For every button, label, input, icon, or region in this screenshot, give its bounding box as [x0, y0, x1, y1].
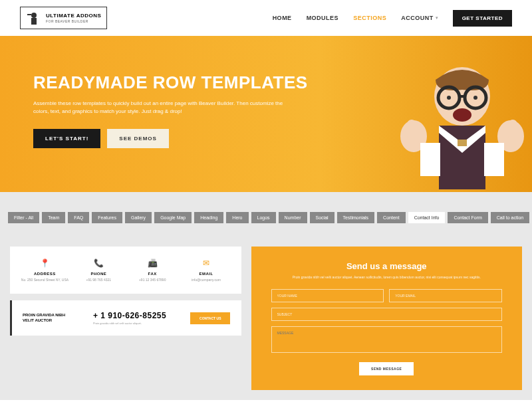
contact-item-address: 📍ADDRESSNo. 250 Second Street NY, USA	[18, 258, 72, 282]
svg-rect-2	[27, 14, 31, 15]
contact-us-button[interactable]: CONTACT US	[190, 312, 230, 324]
subject-input[interactable]	[271, 308, 503, 321]
filter-social[interactable]: Social	[310, 212, 334, 223]
header: ULTIMATE ADDONS FOR BEAVER BUILDER HOME …	[0, 0, 532, 36]
filter-hero[interactable]: Hero	[226, 212, 248, 223]
nav: HOME MODULES SECTIONS ACCOUNT ▾ GET STAR…	[273, 10, 512, 27]
filter-number[interactable]: Number	[279, 212, 307, 223]
nav-home[interactable]: HOME	[273, 15, 292, 21]
hero-subtitle: Assemble these row templates to quickly …	[33, 100, 299, 116]
filter-contact-form[interactable]: Contact Form	[448, 212, 487, 223]
contact-item-email: ✉EMAILinfo@company.com	[180, 258, 233, 282]
fax-icon: 📠	[126, 258, 180, 268]
contact-item-fax: 📠FAX+91 12 345 67890	[126, 258, 180, 282]
svg-point-8	[473, 96, 477, 100]
hero-image	[392, 56, 532, 192]
logo-icon	[26, 10, 42, 26]
form-title: Send us a message	[271, 261, 503, 271]
filter-heading[interactable]: Heading	[194, 212, 223, 223]
email-input[interactable]	[389, 289, 502, 302]
filter-testimonials[interactable]: Testimonials	[337, 212, 375, 223]
svg-rect-1	[31, 18, 37, 25]
svg-point-0	[31, 13, 37, 18]
lets-start-button[interactable]: LET'S START!	[33, 129, 100, 148]
get-started-button[interactable]: GET STARTED	[453, 10, 512, 27]
phone-card-heading: PROIN GRAVIDA NIBH VELIT AUCTOR	[23, 313, 69, 324]
filter-content[interactable]: Content	[377, 212, 406, 223]
svg-point-7	[447, 96, 451, 100]
nav-modules[interactable]: MODULES	[307, 15, 339, 21]
svg-rect-17	[484, 143, 504, 176]
contact-item-phone: 📞PHONE+91 98 765 4321	[72, 258, 126, 282]
nav-account[interactable]: ACCOUNT ▾	[401, 15, 438, 21]
svg-rect-11	[458, 140, 467, 146]
send-message-button[interactable]: SEND MESSAGE	[359, 362, 414, 375]
message-input[interactable]	[271, 326, 503, 353]
svg-rect-15	[508, 120, 517, 141]
filter-filter-all[interactable]: Filter - All	[8, 212, 39, 223]
svg-rect-13	[407, 120, 416, 141]
nav-sections[interactable]: SECTIONS	[353, 15, 386, 21]
filter-bar: Filter - AllTeamFAQFeaturesGalleryGoogle…	[0, 192, 532, 237]
form-subtitle: Proin gravida nibh vel velit auctor aliq…	[271, 275, 503, 280]
filter-contact-info[interactable]: Contact Info	[408, 212, 446, 223]
address-icon: 📍	[18, 258, 72, 268]
chevron-down-icon: ▾	[436, 15, 438, 21]
phone-number: + 1 910-626-85255	[93, 311, 166, 320]
phone-icon: 📞	[72, 258, 126, 268]
phone-subtext: Proin gravida nibh vel velit auctor aliq…	[93, 322, 166, 325]
filter-features[interactable]: Features	[92, 212, 122, 223]
hero-title: READYMADE ROW TEMPLATES	[33, 72, 392, 93]
see-demos-button[interactable]: SEE DEMOS	[107, 129, 169, 148]
filter-logos[interactable]: Logos	[251, 212, 276, 223]
svg-rect-16	[420, 143, 440, 176]
svg-point-9	[453, 108, 471, 122]
filter-google-map[interactable]: Google Map	[154, 212, 192, 223]
contact-form-card: Send us a message Proin gravida nibh vel…	[251, 247, 523, 390]
content: 📍ADDRESSNo. 250 Second Street NY, USA📞PH…	[0, 237, 532, 400]
name-input[interactable]	[271, 289, 384, 302]
phone-card: PROIN GRAVIDA NIBH VELIT AUCTOR + 1 910-…	[10, 300, 241, 336]
logo-main-text: ULTIMATE ADDONS	[46, 13, 101, 19]
email-icon: ✉	[180, 258, 233, 268]
filter-gallery[interactable]: Gallery	[125, 212, 152, 223]
logo[interactable]: ULTIMATE ADDONS FOR BEAVER BUILDER	[20, 7, 107, 29]
filter-team[interactable]: Team	[42, 212, 65, 223]
hero: READYMADE ROW TEMPLATES Assemble these r…	[0, 36, 532, 192]
logo-sub-text: FOR BEAVER BUILDER	[46, 19, 101, 23]
filter-call-to-action[interactable]: Call to action	[491, 212, 529, 223]
filter-faq[interactable]: FAQ	[68, 212, 89, 223]
contact-info-card: 📍ADDRESSNo. 250 Second Street NY, USA📞PH…	[10, 247, 241, 294]
